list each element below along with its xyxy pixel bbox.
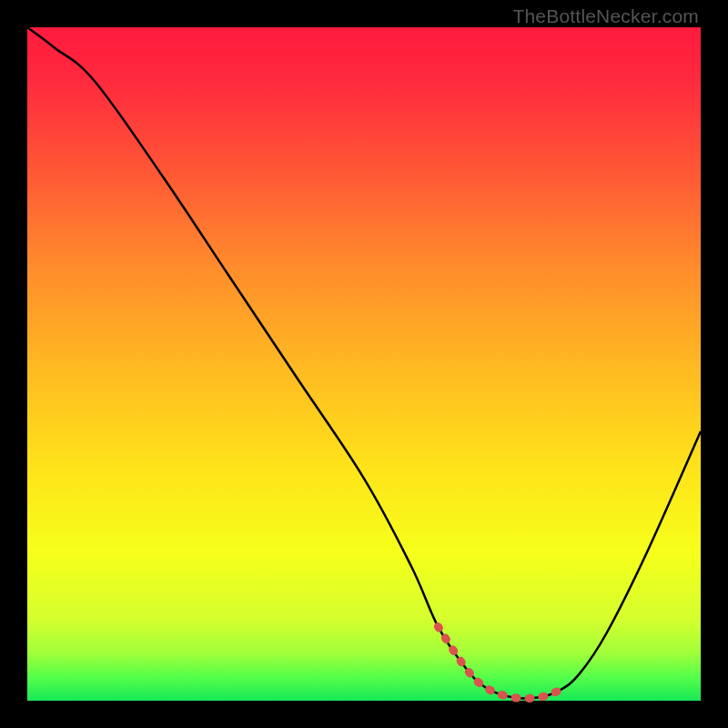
curve-layer	[27, 27, 701, 701]
optimal-range-highlight	[438, 627, 559, 699]
chart-frame	[27, 27, 701, 701]
watermark: TheBottleNecker.com	[512, 5, 699, 27]
bottleneck-curve	[27, 27, 701, 699]
